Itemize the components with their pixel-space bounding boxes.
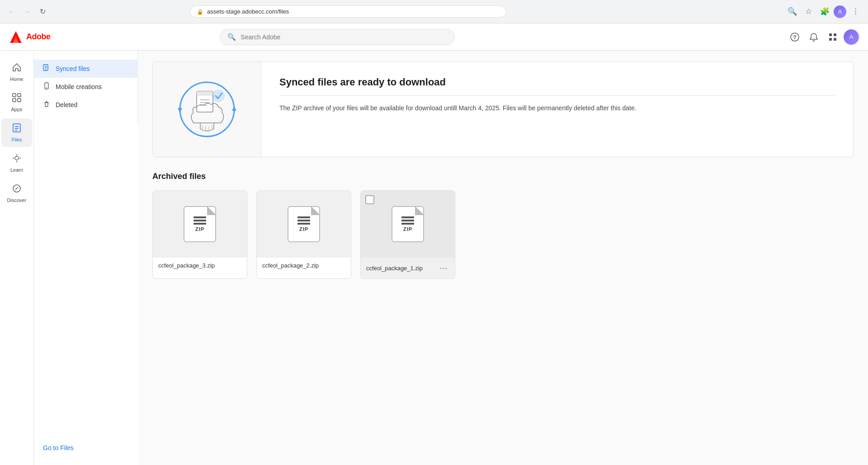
zip-line bbox=[401, 223, 414, 225]
sub-sidebar-item-mobile-creations[interactable]: Mobile creations bbox=[34, 78, 137, 96]
extensions-button[interactable]: 🧩 bbox=[817, 5, 832, 19]
file-card-3-info: ccfeol_package_1.zip ⋯ bbox=[361, 258, 455, 278]
file-card-3-thumb: ZIP bbox=[361, 191, 455, 258]
sidebar-label-files: Files bbox=[11, 137, 22, 142]
home-icon bbox=[12, 62, 22, 75]
go-to-files-link[interactable]: Go to Files bbox=[34, 440, 138, 456]
bookmark-button[interactable]: ☆ bbox=[801, 5, 816, 19]
svg-marker-30 bbox=[232, 106, 236, 111]
zip-line bbox=[401, 220, 414, 221]
sidebar-item-apps[interactable]: Apps bbox=[1, 88, 32, 117]
app-wrapper: Adobe 🔍 ? bbox=[0, 23, 868, 465]
sub-sidebar-item-deleted[interactable]: Deleted bbox=[34, 96, 137, 114]
adobe-logo[interactable]: Adobe bbox=[9, 30, 51, 44]
sidebar-label-learn: Learn bbox=[10, 167, 23, 173]
banner-title: Synced files are ready to download bbox=[279, 76, 835, 96]
synced-files-banner: Synced files are ready to download The Z… bbox=[152, 61, 854, 157]
sidebar-item-home[interactable]: Home bbox=[1, 58, 32, 86]
svg-point-16 bbox=[15, 156, 19, 160]
top-nav: Adobe 🔍 ? bbox=[0, 23, 868, 51]
sidebar-item-learn[interactable]: Learn bbox=[1, 149, 32, 177]
file-name-3: ccfeol_package_1.zip bbox=[366, 265, 423, 272]
adobe-logo-text: Adobe bbox=[26, 32, 51, 42]
svg-rect-12 bbox=[13, 124, 20, 132]
synced-files-icon bbox=[43, 64, 50, 73]
forward-button[interactable]: → bbox=[21, 5, 33, 18]
file-select-checkbox[interactable] bbox=[365, 195, 374, 204]
files-icon bbox=[12, 123, 22, 135]
files-grid: ZIP ccfeol_package_3.zip bbox=[152, 190, 854, 279]
zip-file-icon-2: ZIP bbox=[288, 206, 320, 242]
svg-rect-4 bbox=[829, 33, 832, 36]
archived-files-section: Archived files ZIP bbox=[152, 172, 854, 279]
sidebar-label-discover: Discover bbox=[7, 197, 27, 203]
lock-icon: 🔒 bbox=[197, 9, 203, 15]
zip-line bbox=[193, 216, 206, 218]
zip-line bbox=[193, 223, 206, 225]
archived-files-title: Archived files bbox=[152, 172, 854, 181]
file-card-2[interactable]: ZIP ccfeol_package_2.zip bbox=[256, 190, 351, 279]
zip-lines bbox=[401, 216, 414, 225]
search-input[interactable] bbox=[241, 33, 447, 41]
zip-file-icon-1: ZIP bbox=[184, 206, 216, 242]
file-card-2-thumb: ZIP bbox=[257, 191, 351, 258]
address-bar[interactable]: 🔒 assets-stage.adobecc.com/files bbox=[190, 5, 506, 18]
zip-line bbox=[297, 220, 310, 221]
apps-grid-icon bbox=[828, 33, 837, 42]
notifications-button[interactable] bbox=[806, 29, 822, 45]
zip-line bbox=[401, 216, 414, 218]
help-button[interactable]: ? bbox=[787, 29, 803, 45]
sync-illustration bbox=[169, 71, 245, 148]
apps-grid-button[interactable] bbox=[825, 29, 841, 45]
adobe-logo-icon bbox=[9, 30, 23, 44]
browser-chrome: ← → ↻ 🔒 assets-stage.adobecc.com/files 🔍… bbox=[0, 0, 868, 23]
sub-sidebar-label-deleted: Deleted bbox=[56, 101, 77, 108]
back-button[interactable]: ← bbox=[5, 5, 18, 18]
chrome-profile-avatar[interactable]: A bbox=[834, 5, 846, 18]
search-bar[interactable]: 🔍 bbox=[220, 29, 455, 45]
sub-sidebar-label-mobile-creations: Mobile creations bbox=[56, 83, 102, 90]
svg-rect-5 bbox=[834, 33, 836, 36]
svg-rect-9 bbox=[18, 94, 21, 97]
banner-content: Synced files are ready to download The Z… bbox=[261, 62, 853, 157]
browser-search-button[interactable]: 🔍 bbox=[785, 5, 799, 19]
svg-rect-6 bbox=[829, 38, 832, 41]
zip-file-icon-3: ZIP bbox=[392, 206, 424, 242]
svg-rect-26 bbox=[45, 83, 48, 89]
left-sidebar: Home Apps bbox=[0, 51, 34, 465]
sub-sidebar-wrapper: Synced files Mobile creations bbox=[34, 51, 138, 465]
nav-right: ? A bbox=[787, 29, 859, 45]
notifications-icon bbox=[809, 33, 818, 42]
svg-rect-10 bbox=[13, 99, 16, 102]
refresh-button[interactable]: ↻ bbox=[36, 5, 49, 18]
profile-avatar[interactable]: A bbox=[844, 29, 859, 45]
sub-sidebar-label-synced-files: Synced files bbox=[56, 65, 90, 72]
sub-sidebar-item-synced-files[interactable]: Synced files bbox=[34, 60, 137, 78]
svg-rect-7 bbox=[834, 38, 836, 41]
file-card-1[interactable]: ZIP ccfeol_package_3.zip bbox=[152, 190, 247, 279]
zip-line bbox=[297, 216, 310, 218]
file-card-1-info: ccfeol_package_3.zip bbox=[153, 258, 247, 273]
file-menu-button[interactable]: ⋯ bbox=[438, 262, 449, 274]
browser-right: 🔍 ☆ 🧩 A ⋮ bbox=[785, 5, 863, 19]
file-card-3[interactable]: ZIP ccfeol_package_1.zip ⋯ bbox=[360, 190, 455, 279]
svg-rect-33 bbox=[197, 91, 213, 96]
deleted-icon bbox=[43, 100, 50, 109]
svg-rect-8 bbox=[13, 94, 16, 97]
file-name-2: ccfeol_package_2.zip bbox=[262, 262, 319, 269]
address-text: assets-stage.adobecc.com/files bbox=[207, 8, 500, 15]
sub-sidebar: Synced files Mobile creations bbox=[34, 51, 138, 123]
help-icon: ? bbox=[790, 33, 799, 42]
svg-rect-11 bbox=[18, 99, 21, 102]
zip-label: ZIP bbox=[299, 226, 308, 232]
sidebar-item-discover[interactable]: Discover bbox=[1, 179, 32, 207]
search-icon: 🔍 bbox=[227, 33, 236, 41]
content-area: Synced files are ready to download The Z… bbox=[138, 51, 868, 465]
zip-lines bbox=[193, 216, 206, 225]
sidebar-item-files[interactable]: Files bbox=[1, 118, 32, 147]
svg-point-37 bbox=[212, 89, 225, 102]
file-card-2-info: ccfeol_package_2.zip bbox=[257, 258, 351, 273]
zip-line bbox=[193, 220, 206, 221]
browser-menu-button[interactable]: ⋮ bbox=[848, 5, 863, 19]
learn-icon bbox=[12, 153, 22, 165]
